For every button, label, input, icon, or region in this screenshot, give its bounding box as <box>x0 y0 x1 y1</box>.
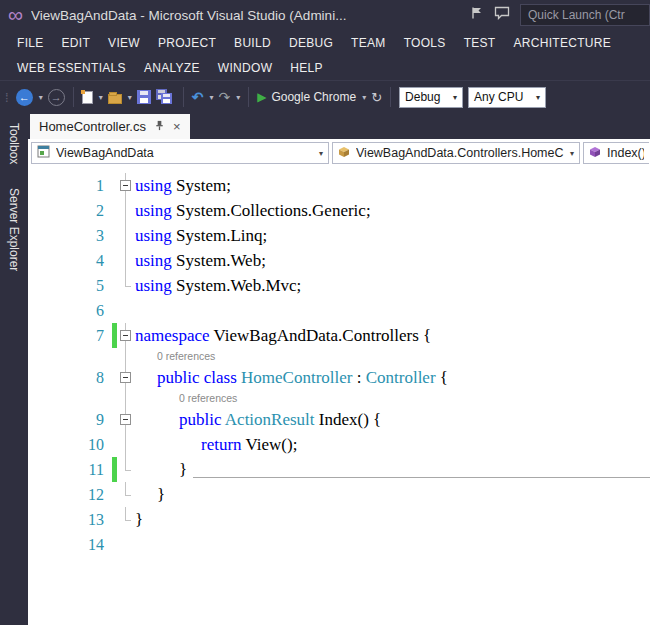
navigate-forward-button[interactable]: → <box>48 89 65 106</box>
outline-collapse-box[interactable] <box>117 323 135 348</box>
notifications-flag-icon[interactable] <box>470 6 484 24</box>
codelens-references-link[interactable]: 0 references <box>135 390 237 407</box>
line-number: 1 <box>28 173 110 198</box>
menu-item-window[interactable]: WINDOW <box>209 61 281 75</box>
outline-margin <box>117 223 135 248</box>
code-line: 7namespace ViewBagAndData.Controllers { <box>28 323 650 348</box>
menu-bar-row1: FILEEDITVIEWPROJECTBUILDDEBUGTEAMTOOLSTE… <box>0 30 650 56</box>
member-dropdown-value: Index() <box>607 146 644 160</box>
code-line: 1using System; <box>28 173 650 198</box>
sidebar-tab-toolbox[interactable]: Toolbox <box>7 123 21 164</box>
token-pl: Index() { <box>315 410 382 429</box>
class-icon <box>338 146 350 161</box>
new-file-icon[interactable] <box>82 91 93 104</box>
start-debugging-button[interactable]: ▶ Google Chrome ▾ <box>257 90 366 104</box>
line-number <box>28 390 110 407</box>
token-pl: } <box>157 485 165 504</box>
redo-dropdown-icon[interactable]: ▾ <box>236 93 240 102</box>
new-file-dropdown-icon[interactable]: ▾ <box>99 93 103 102</box>
run-target-dropdown-icon[interactable]: ▾ <box>362 93 366 102</box>
token-pl: ViewBagAndData.Controllers { <box>214 326 432 345</box>
token-kw: using <box>135 276 176 295</box>
open-file-dropdown-icon[interactable]: ▾ <box>128 93 132 102</box>
code-line: 5using System.Web.Mvc; <box>28 273 650 298</box>
line-number: 12 <box>28 482 110 507</box>
menu-item-edit[interactable]: EDIT <box>53 36 100 50</box>
quick-launch-input[interactable]: Quick Launch (Ctr <box>520 4 650 26</box>
outline-collapse-box[interactable] <box>117 365 135 390</box>
editor-pane: HomeController.cs × <box>28 113 650 625</box>
refresh-browser-icon[interactable]: ↻ <box>371 91 382 104</box>
sidebar-tab-server-explorer[interactable]: Server Explorer <box>7 188 21 271</box>
menu-item-help[interactable]: HELP <box>281 61 332 75</box>
menu-item-tools[interactable]: TOOLS <box>395 36 455 50</box>
token-pl: System.Collections.Generic; <box>176 201 371 220</box>
outline-collapse-box[interactable] <box>117 407 135 432</box>
menu-item-file[interactable]: FILE <box>8 36 53 50</box>
member-dropdown[interactable]: Index() <box>583 142 649 164</box>
toolbar-separator <box>248 87 249 107</box>
codelens-row: 0 references <box>28 348 650 365</box>
menu-item-test[interactable]: TEST <box>455 36 505 50</box>
token-pl: { <box>436 368 448 387</box>
token-pl: System.Linq; <box>176 226 267 245</box>
undo-dropdown-icon[interactable]: ▾ <box>209 93 213 102</box>
docked-panel-tabs: ToolboxServer Explorer <box>0 113 28 625</box>
method-icon <box>589 146 601 161</box>
project-icon <box>37 145 50 161</box>
titlebar-right-group: Quick Launch (Ctr <box>470 4 650 26</box>
navigate-back-button[interactable]: ← <box>16 89 33 106</box>
codelens-references-link[interactable]: 0 references <box>135 348 215 365</box>
pin-icon[interactable] <box>154 119 165 134</box>
vs-window: ∞ ViewBagAndData - Microsoft Visual Stud… <box>0 0 650 625</box>
outline-margin <box>117 348 135 365</box>
feedback-bubble-icon[interactable] <box>494 6 510 24</box>
type-dropdown[interactable]: ViewBagAndData.Controllers.HomeC ▾ <box>332 142 580 164</box>
menu-item-view[interactable]: VIEW <box>99 36 149 50</box>
open-file-icon[interactable] <box>108 94 122 104</box>
code-text: } <box>135 457 187 482</box>
code-editor-surface[interactable]: 1using System;2using System.Collections.… <box>28 173 650 557</box>
main-area: ToolboxServer Explorer HomeController.cs <box>0 113 650 625</box>
token-pl: } <box>179 460 187 479</box>
menu-item-debug[interactable]: DEBUG <box>280 36 342 50</box>
code-text: public ActionResult Index() { <box>135 407 381 432</box>
chevron-down-icon: ▾ <box>319 149 323 158</box>
outline-collapse-box[interactable] <box>117 173 135 198</box>
configuration-dropdown[interactable]: Debug ▾ <box>399 87 463 108</box>
tab-homecontroller-cs[interactable]: HomeController.cs × <box>30 114 190 139</box>
outline-margin <box>117 532 135 557</box>
menu-item-project[interactable]: PROJECT <box>149 36 225 50</box>
menu-item-web-essentials[interactable]: WEB ESSENTIALS <box>8 61 135 75</box>
token-kw: using <box>135 251 176 270</box>
menu-item-analyze[interactable]: ANALYZE <box>135 61 209 75</box>
line-number: 9 <box>28 407 110 432</box>
run-target-label: Google Chrome <box>271 90 356 104</box>
redo-button[interactable]: ↷ <box>218 90 230 104</box>
save-icon[interactable] <box>137 90 151 104</box>
line-number: 3 <box>28 223 110 248</box>
token-ty: HomeController <box>241 368 352 387</box>
save-all-icon[interactable] <box>156 89 175 106</box>
menu-item-build[interactable]: BUILD <box>225 36 280 50</box>
code-text: using System.Web; <box>135 248 266 273</box>
undo-button[interactable]: ↶ <box>192 90 204 104</box>
outline-margin <box>117 482 135 507</box>
line-number <box>28 348 110 365</box>
line-number: 6 <box>28 298 110 323</box>
code-line: 10return View(); <box>28 432 650 457</box>
token-kw: using <box>135 176 176 195</box>
platform-dropdown[interactable]: Any CPU ▾ <box>468 87 546 108</box>
code-editor[interactable]: 1using System;2using System.Collections.… <box>28 167 650 625</box>
document-tab-strip: HomeController.cs × <box>28 113 650 139</box>
project-dropdown[interactable]: ViewBagAndData ▾ <box>31 142 329 164</box>
close-icon[interactable]: × <box>173 120 181 133</box>
menu-item-team[interactable]: TEAM <box>342 36 395 50</box>
toolbar-grip-handle[interactable]: ⁞ <box>5 90 9 105</box>
line-number: 14 <box>28 532 110 557</box>
code-text: using System.Collections.Generic; <box>135 198 371 223</box>
menu-item-architecture[interactable]: ARCHITECTURE <box>505 36 621 50</box>
navigate-back-dropdown-icon[interactable]: ▾ <box>39 93 43 102</box>
navigation-bar: ViewBagAndData ▾ ViewBagAndData.Controll… <box>28 139 650 167</box>
token-kw: public <box>179 410 225 429</box>
